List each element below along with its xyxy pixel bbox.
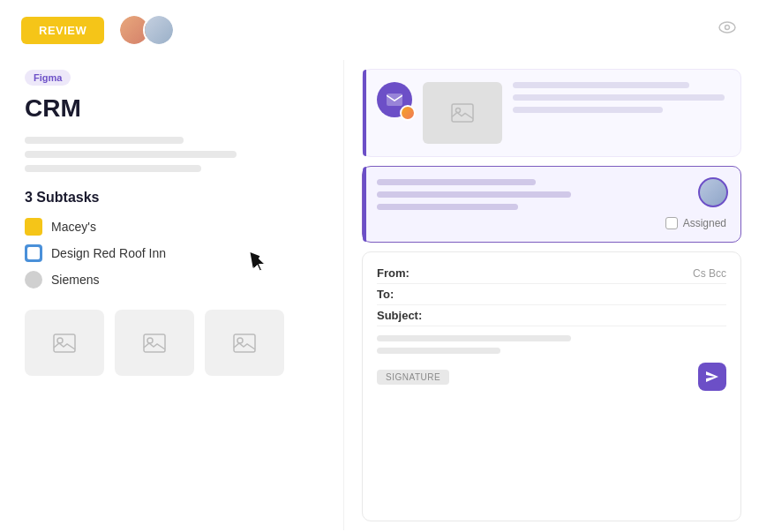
- msg-card-top-1: [377, 82, 726, 144]
- message-card-2: Assigned: [362, 166, 741, 243]
- svg-rect-6: [234, 334, 255, 352]
- email-to-label: To:: [377, 288, 430, 301]
- right-avatar: [698, 177, 728, 207]
- email-from-row: From: Cs Bcc: [377, 263, 726, 284]
- thumbnail-row: [25, 310, 319, 376]
- assigned-checkbox[interactable]: [665, 217, 678, 229]
- small-avatar-1: [400, 105, 416, 121]
- main-content: Figma CRM 3 Subtasks Macey's Design Red …: [0, 60, 759, 530]
- svg-rect-2: [54, 334, 75, 352]
- desc-line-2: [25, 151, 237, 158]
- right-panel: Assigned From: Cs Bcc To: Subject: SIGNA…: [344, 60, 759, 530]
- email-body: [377, 335, 726, 354]
- subtask-icon-maceys: [25, 218, 42, 236]
- svg-point-7: [237, 338, 243, 343]
- svg-point-1: [725, 26, 730, 30]
- msg-text-lines-1: [513, 82, 726, 119]
- right-avatar-inner: [700, 179, 726, 206]
- assigned-label: Assigned: [683, 217, 726, 229]
- subtask-siemens[interactable]: Siemens: [25, 271, 319, 288]
- msg-line-2-1: [377, 179, 536, 185]
- subtask-icon-siemens: [25, 271, 42, 288]
- subtask-label-siemens: Siemens: [51, 273, 99, 287]
- left-accent-bar-2: [363, 167, 366, 242]
- email-body-line-2: [377, 348, 500, 354]
- svg-point-5: [147, 338, 153, 343]
- review-button[interactable]: REVIEW: [21, 17, 104, 44]
- subtask-icon-design-red-roof: [25, 244, 42, 262]
- desc-line-1: [25, 137, 184, 144]
- svg-point-0: [719, 22, 735, 33]
- text-line-2: [513, 94, 725, 101]
- page-title: CRM: [25, 94, 319, 123]
- thumbnail-3[interactable]: [205, 310, 284, 376]
- email-subject-label: Subject:: [377, 309, 430, 322]
- subtask-label-design-red-roof: Design Red Roof Inn: [51, 246, 166, 260]
- image-placeholder-1: [423, 82, 502, 144]
- thumbnail-2[interactable]: [115, 310, 194, 376]
- svg-point-10: [456, 109, 461, 113]
- email-cc-label: Cs Bcc: [693, 267, 726, 280]
- email-body-line-1: [377, 335, 571, 341]
- subtask-list: Macey's Design Red Roof Inn Siemens: [25, 218, 319, 288]
- send-button[interactable]: [698, 363, 726, 391]
- left-panel: Figma CRM 3 Subtasks Macey's Design Red …: [0, 60, 344, 530]
- left-accent-bar: [363, 70, 366, 156]
- text-line-1: [513, 82, 689, 88]
- message-card-1: [362, 69, 741, 157]
- email-compose: From: Cs Bcc To: Subject: SIGNATURE: [362, 251, 741, 521]
- description-lines: [25, 137, 319, 172]
- right-avatar-wrap: [698, 177, 728, 207]
- top-bar-left: REVIEW: [21, 14, 175, 46]
- signature-badge: SIGNATURE: [377, 370, 449, 385]
- assigned-row: Assigned: [377, 217, 726, 229]
- envelope-badge-1: [377, 82, 412, 117]
- subtask-label-maceys: Macey's: [51, 220, 96, 234]
- thumbnail-1[interactable]: [25, 310, 104, 376]
- top-bar: REVIEW: [0, 0, 759, 60]
- subtask-design-red-roof[interactable]: Design Red Roof Inn: [25, 244, 319, 262]
- send-icon: [705, 371, 719, 383]
- avatars: [118, 14, 175, 46]
- svg-rect-8: [387, 94, 402, 106]
- subtasks-heading: 3 Subtasks: [25, 190, 319, 206]
- msg-line-2-2: [377, 191, 571, 198]
- text-line-3: [513, 107, 663, 113]
- email-from-label: From:: [377, 266, 430, 280]
- svg-point-3: [57, 338, 63, 343]
- svg-rect-4: [144, 334, 165, 352]
- desc-line-3: [25, 165, 201, 172]
- email-subject-row: Subject:: [377, 305, 726, 326]
- email-to-row: To:: [377, 284, 726, 305]
- avatar-2: [143, 14, 175, 46]
- msg-line-2-3: [377, 204, 518, 210]
- figma-badge: Figma: [25, 70, 71, 86]
- email-footer: SIGNATURE: [377, 363, 726, 391]
- eye-icon[interactable]: [717, 17, 738, 43]
- subtask-maceys[interactable]: Macey's: [25, 218, 319, 236]
- msg-text-lines-2: [377, 179, 726, 210]
- svg-rect-9: [452, 104, 473, 122]
